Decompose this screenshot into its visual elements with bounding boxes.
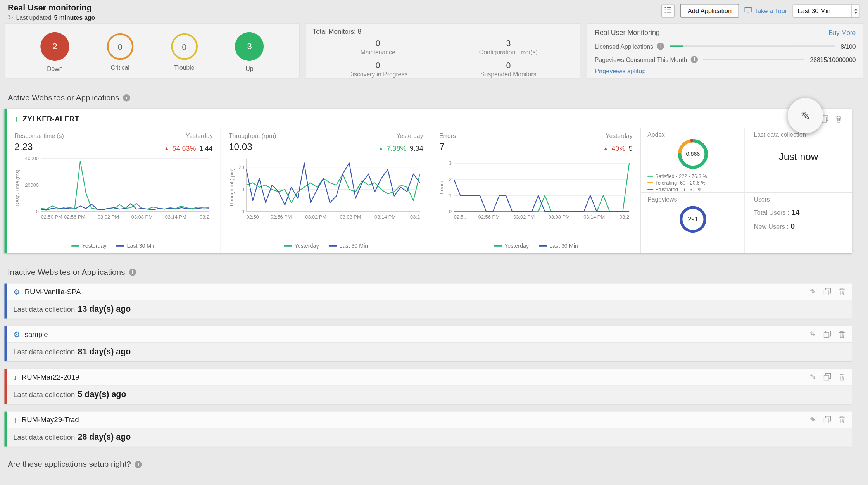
legend-swatch — [647, 176, 653, 177]
app-type-icon: ⚙ — [13, 330, 20, 338]
metric-current-value: 2.23 — [14, 142, 33, 153]
active-section-label: Active Websites or Applications — [8, 93, 119, 102]
add-application-button[interactable]: Add Application — [680, 4, 739, 18]
legend-label: Last 30 Min — [127, 243, 155, 249]
legend-swatch — [71, 245, 79, 247]
setup-section-title: Are these applications setup right? i — [8, 460, 860, 469]
last-data-collection-row: Last data collection81 day(s) ago — [7, 342, 852, 361]
refresh-icon[interactable]: ↻ — [8, 14, 13, 22]
svg-text:02:56 PM: 02:56 PM — [478, 214, 500, 220]
clone-icon[interactable] — [824, 373, 831, 381]
buy-more-link[interactable]: + Buy More — [823, 29, 856, 36]
delete-icon[interactable] — [839, 331, 845, 338]
metric-throughput: Throughput (rpm) Yesterday 10.03 ▲ 7.38%… — [221, 128, 431, 253]
delete-icon[interactable] — [835, 115, 842, 122]
up-label: Up — [235, 66, 264, 72]
page-title: Real User monitoring — [8, 3, 95, 12]
last-data-value: Just now — [754, 151, 843, 163]
last-data-collection-label: Last data collection — [13, 305, 75, 313]
app-name[interactable]: RUM-Vanilla-SPA — [25, 288, 81, 296]
legend-label: Frustrated - 9 - 3.1 % — [655, 186, 702, 193]
edit-icon[interactable]: ✎ — [810, 373, 816, 381]
svg-text:03:08 PM: 03:08 PM — [340, 214, 361, 220]
chart-legend: Yesterday Last 30 Min — [229, 240, 423, 251]
pageviews-splitup-link[interactable]: Pageviews splitup — [595, 67, 646, 74]
inactive-app-card: ↑ RUM-May29-Trad ✎ Last data collection2… — [4, 412, 852, 447]
chart-legend: Yesterday Last 30 Min — [439, 240, 633, 251]
clone-icon[interactable] — [824, 331, 831, 338]
edit-button[interactable]: ✎ — [788, 98, 823, 133]
time-range-select[interactable]: Last 30 Min — [793, 4, 860, 17]
discovery-count: 0 — [312, 60, 443, 70]
take-a-tour-label: Take a Tour — [754, 7, 787, 14]
app-name[interactable]: RUM-Mar22-2019 — [22, 373, 79, 381]
svg-text:03:08 PM: 03:08 PM — [549, 214, 570, 220]
list-view-button[interactable] — [662, 4, 675, 17]
svg-text:0.866: 0.866 — [686, 151, 700, 157]
legend-label: Satisfied - 222 - 76.3 % — [655, 173, 707, 180]
metric-compare-value: 9.34 — [410, 145, 423, 152]
last-data-collection-label: Last data collection — [13, 433, 75, 441]
users-title: Users — [754, 196, 843, 203]
inactive-app-card: ↓ RUM-Mar22-2019 ✎ Last data collection5… — [4, 369, 852, 404]
info-icon[interactable]: i — [135, 461, 142, 468]
critical-label: Critical — [107, 64, 133, 71]
app-type-icon: ⚙ — [13, 288, 20, 295]
info-icon[interactable]: i — [657, 43, 664, 50]
info-icon[interactable]: i — [129, 268, 136, 276]
inactive-app-card: ⚙ RUM-Vanilla-SPA ✎ Last data collection… — [4, 284, 852, 319]
svg-text:3: 3 — [449, 160, 452, 166]
clone-icon[interactable] — [824, 416, 831, 423]
info-icon[interactable]: i — [691, 56, 698, 63]
topbar: Real User monitoring ↻ Last updated 5 mi… — [0, 0, 868, 22]
take-a-tour-link[interactable]: Take a Tour — [744, 7, 787, 15]
total-users-label: Total Users : — [754, 209, 789, 216]
svg-text:02:56 PM: 02:56 PM — [64, 214, 85, 220]
trouble-label: Trouble — [171, 64, 198, 71]
last-data-collection-row: Last data collection13 day(s) ago — [7, 300, 852, 319]
pageviews-title: Pageviews — [647, 196, 738, 203]
up-count: 3 — [247, 41, 252, 52]
edit-icon[interactable]: ✎ — [810, 416, 816, 423]
list-icon — [664, 7, 672, 15]
inactive-app-header: ⚙ RUM-Vanilla-SPA ✎ — [7, 284, 852, 300]
svg-text:03:14 PM: 03:14 PM — [583, 214, 605, 220]
legend-swatch — [116, 245, 124, 247]
status-item-down[interactable]: 2 Down — [40, 32, 69, 72]
svg-text:03:2: 03:2 — [620, 214, 629, 220]
y-axis-label: Errors — [439, 155, 447, 221]
status-item-critical[interactable]: 0 Critical — [107, 33, 133, 71]
app-name[interactable]: sample — [25, 330, 48, 338]
pageviews-consumed-label: Pageviews Consumed This Month — [595, 56, 687, 63]
svg-text:02:50 ..: 02:50 .. — [247, 214, 263, 220]
maintenance-stat: 0 Maintenance — [312, 38, 443, 55]
pageviews-consumed-row: Pageviews Consumed This Monthi 28815/100… — [595, 56, 856, 63]
clone-icon[interactable] — [824, 288, 831, 295]
delete-icon[interactable] — [839, 373, 845, 381]
total-users-value: 14 — [792, 208, 800, 216]
last-data-collection-label: Last data collection — [13, 348, 75, 356]
last-data-collection-value: 81 day(s) ago — [78, 347, 131, 356]
last-data-collection-value: 13 day(s) ago — [78, 304, 131, 313]
response-time-chart: 0200004000002:50 PM02:56 PM03:02 PM03:08… — [22, 155, 213, 221]
info-icon[interactable]: i — [123, 94, 131, 101]
delete-icon[interactable] — [839, 416, 845, 423]
status-item-trouble[interactable]: 0 Trouble — [171, 33, 198, 71]
edit-icon[interactable]: ✎ — [810, 331, 816, 338]
app-name[interactable]: RUM-May29-Trad — [22, 416, 79, 424]
apdex-donut: 0.866 — [678, 161, 708, 171]
edit-icon[interactable]: ✎ — [810, 288, 816, 295]
monitors-summary-panel: Total Monitors: 8 0 Maintenance 3 Config… — [305, 23, 581, 79]
svg-text:40000: 40000 — [25, 155, 39, 161]
pageviews-consumed-value: 28815/10000000 — [810, 56, 856, 63]
svg-text:1: 1 — [449, 193, 452, 198]
trend-up-icon: ▲ — [603, 146, 608, 151]
licensed-applications-label: Licensed Applications — [595, 43, 653, 50]
svg-text:10: 10 — [239, 186, 244, 192]
status-item-up[interactable]: 3 Up — [235, 32, 264, 72]
metric-title: Throughput (rpm) — [229, 132, 276, 139]
app-name[interactable]: ZYLKER-ALERT — [23, 114, 79, 123]
tour-screen-icon — [744, 7, 752, 15]
legend-swatch — [539, 245, 547, 247]
delete-icon[interactable] — [839, 288, 845, 295]
